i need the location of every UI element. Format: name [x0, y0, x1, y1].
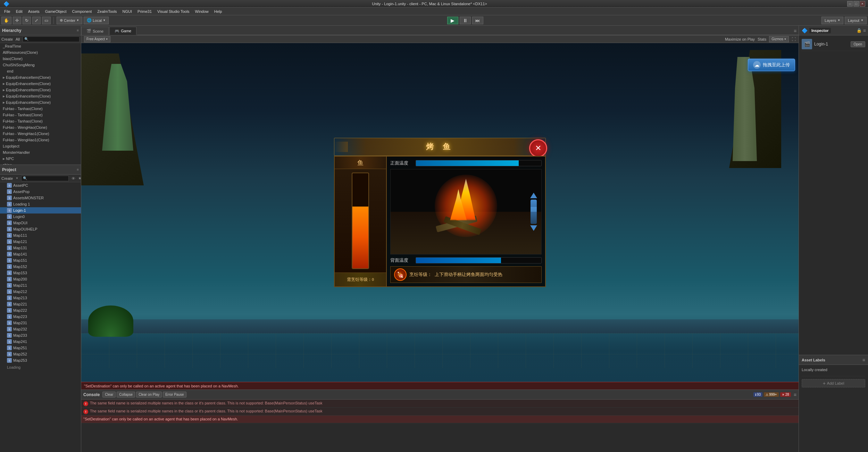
maximize-btn[interactable]: □ — [853, 1, 859, 7]
proj-item[interactable]: SMap231 — [0, 320, 81, 326]
proj-item[interactable]: SMap252 — [0, 351, 81, 357]
gizmos-dropdown[interactable]: Gizmos ▼ — [769, 36, 789, 42]
list-item[interactable]: FuHao - Tanhao(Clone) — [0, 118, 81, 124]
panel-menu-icon[interactable]: ≡ — [792, 27, 799, 35]
list-item[interactable]: FuHao - Tanhao(Clone) — [0, 112, 81, 118]
layers-dropdown[interactable]: Layers ▼ — [821, 17, 843, 24]
menu-vstudio[interactable]: Visual Studio Tools — [155, 9, 192, 14]
list-item[interactable]: ▶EquipEnhanceItem(Clone) — [0, 99, 81, 106]
proj-item[interactable]: SMap221 — [0, 301, 81, 307]
play-btn[interactable]: ▶ — [447, 17, 458, 24]
tab-inspector[interactable]: Inspector — [809, 28, 831, 33]
hierarchy-search-input[interactable] — [23, 36, 80, 42]
minimize-btn[interactable]: ─ — [847, 1, 853, 7]
local-global-btn[interactable]: 🌐 Local ▼ — [84, 17, 109, 24]
menu-help[interactable]: Help — [211, 9, 225, 14]
dialog-close-btn[interactable]: ✕ — [529, 139, 547, 157]
rotate-tool-btn[interactable]: ↻ — [23, 17, 31, 24]
proj-item[interactable]: SMap131 — [0, 245, 81, 251]
console-entry[interactable]: ! The same field name is serialized mult… — [81, 408, 799, 416]
list-item[interactable]: Logobject — [0, 143, 81, 149]
all-btn[interactable]: All — [16, 37, 20, 41]
proj-item[interactable]: SMap233 — [0, 332, 81, 338]
pivot-center-btn[interactable]: ⊕ Center ▼ — [57, 17, 82, 24]
proj-item[interactable]: SMap223 — [0, 313, 81, 320]
proj-item[interactable]: SMap141 — [0, 251, 81, 257]
layout-dropdown[interactable]: Layout ▼ — [845, 17, 867, 24]
rect-tool-btn[interactable]: ▭ — [42, 17, 51, 24]
proj-item[interactable]: SMap151 — [0, 257, 81, 263]
hand-tool-btn[interactable]: ✋ — [1, 17, 11, 24]
step-btn[interactable]: ⏭ — [472, 17, 483, 24]
menu-ngui[interactable]: NGUI — [120, 9, 135, 14]
inspector-open-btn[interactable]: Open — [851, 41, 865, 47]
list-item[interactable]: FuHao - WengHao(Clone) — [0, 124, 81, 131]
list-item[interactable]: end — [0, 68, 81, 74]
proj-item[interactable]: SMap213 — [0, 295, 81, 301]
maximize-on-play-btn[interactable]: Maximize on Play — [725, 37, 755, 41]
menu-window[interactable]: Window — [192, 9, 211, 14]
close-btn[interactable]: ✕ — [860, 1, 865, 7]
proj-item[interactable]: SMap241 — [0, 338, 81, 345]
list-item[interactable]: ▶EquipEnhanceItem(Clone) — [0, 81, 81, 87]
list-item[interactable]: biao(Clone) — [0, 56, 81, 62]
collapse-btn[interactable]: Collapse — [117, 392, 135, 397]
list-item[interactable]: FuHao - WengHao1(Clone) — [0, 131, 81, 137]
proj-item[interactable]: SAssetsMONSTER — [0, 195, 81, 201]
list-item[interactable]: FuHao - Tanhao(Clone) — [0, 106, 81, 112]
proj-item[interactable]: SMap232 — [0, 326, 81, 332]
clear-on-play-btn[interactable]: Clear on Play — [136, 392, 162, 397]
menu-assets[interactable]: Assets — [25, 9, 42, 14]
move-tool-btn[interactable]: ✢ — [13, 17, 21, 24]
lock-icon[interactable]: 🔒 — [857, 28, 862, 33]
proj-item[interactable]: SMap152 — [0, 263, 81, 270]
list-item[interactable]: _RealTime — [0, 43, 81, 49]
list-item[interactable]: FuHao - WengHao1(Clone) — [0, 137, 81, 143]
proj-item[interactable]: SMap253 — [0, 357, 81, 363]
menu-gameobject[interactable]: GameObject — [42, 9, 69, 14]
clear-btn[interactable]: Clear — [102, 392, 116, 397]
proj-item[interactable]: SMap111 — [0, 232, 81, 238]
list-item[interactable]: ChuiShiSongMeng — [0, 62, 81, 68]
project-create-btn[interactable]: Create — [1, 176, 13, 181]
list-item[interactable]: ▶EquipEnhanceItem(Clone) — [0, 87, 81, 93]
stats-btn[interactable]: Stats — [758, 37, 766, 41]
tab-scene[interactable]: 🎬 Scene — [81, 27, 109, 35]
list-item[interactable]: MonsterHandler — [0, 149, 81, 156]
list-item[interactable]: AllResources(Clone) — [0, 49, 81, 56]
list-item[interactable]: ▶EquipEnhanceItem(Clone) — [0, 74, 81, 81]
tab-game[interactable]: 🎮 Game — [109, 27, 136, 35]
menu-component[interactable]: Component — [69, 9, 94, 14]
proj-item[interactable]: SMapOUIHELP — [0, 226, 81, 232]
menu-zealmtools[interactable]: ZealmTools — [94, 9, 119, 14]
scale-tool-btn[interactable]: ⤢ — [32, 17, 41, 24]
upload-btn[interactable]: ☁ 拖拽至此上传 — [748, 59, 795, 71]
console-entry-nav[interactable]: "SetDestination" can only be called on a… — [81, 416, 799, 423]
proj-item[interactable]: SMap153 — [0, 270, 81, 276]
create-btn[interactable]: Create — [1, 37, 13, 41]
proj-item[interactable]: SLoading 1 — [0, 201, 81, 207]
panel-menu-icon2[interactable]: ≡ — [863, 28, 866, 33]
error-pause-btn[interactable]: Error Pause — [163, 392, 186, 397]
proj-item[interactable]: SMap212 — [0, 288, 81, 295]
pause-btn[interactable]: ⏸ — [460, 17, 471, 24]
list-item[interactable]: shine — [0, 162, 81, 165]
free-aspect-dropdown[interactable]: Free Aspect ▼ — [84, 36, 110, 42]
list-item[interactable]: ▶EquipEnhanceItem(Clone) — [0, 93, 81, 99]
add-label-btn[interactable]: + Add Label — [802, 379, 865, 387]
console-entry[interactable]: ! The same field name is serialized mult… — [81, 400, 799, 408]
panel-maximize-icon[interactable]: ⛶ — [792, 37, 796, 42]
proj-item-login1[interactable]: SLogin-1 — [0, 207, 81, 214]
proj-item[interactable]: SAssetPC — [0, 182, 81, 189]
console-panel-menu[interactable]: ≡ — [794, 392, 796, 397]
list-item[interactable]: ▶NPC — [0, 156, 81, 162]
proj-item[interactable]: SMap222 — [0, 307, 81, 313]
proj-item[interactable]: SAssetPop — [0, 189, 81, 195]
project-search-input[interactable] — [21, 176, 69, 181]
proj-item[interactable]: SMap200 — [0, 276, 81, 282]
menu-edit[interactable]: Edit — [13, 9, 25, 14]
panel-menu-icon3[interactable]: ≡ — [862, 357, 865, 363]
proj-item[interactable]: SMap121 — [0, 238, 81, 245]
proj-item[interactable]: SMapOUI — [0, 220, 81, 226]
menu-prime31[interactable]: Prime31 — [135, 9, 155, 14]
